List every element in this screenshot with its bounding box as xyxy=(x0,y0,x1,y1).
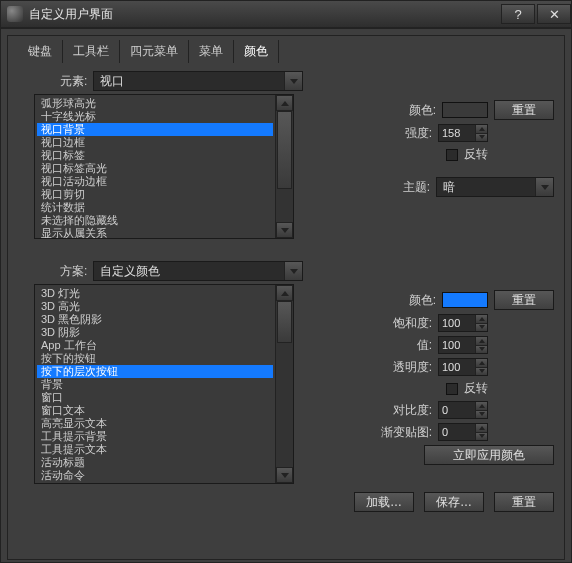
value-label: 值: xyxy=(362,337,432,354)
list-item[interactable]: 统计数据 xyxy=(37,201,273,214)
tab-quadmenu[interactable]: 四元菜单 xyxy=(120,40,189,63)
tab-keyboard[interactable]: 键盘 xyxy=(18,40,63,63)
window-body: 键盘 工具栏 四元菜单 菜单 颜色 元素: 视口 弧形球高光 十字线光标 视口背… xyxy=(0,28,572,563)
tab-menu[interactable]: 菜单 xyxy=(189,40,234,63)
list-item[interactable]: App 工作台 xyxy=(37,339,273,352)
theme-combo[interactable]: 暗 xyxy=(436,177,554,197)
tabstrip: 键盘 工具栏 四元菜单 菜单 颜色 xyxy=(18,40,554,63)
scrollbar[interactable] xyxy=(275,285,293,483)
element-combo-value: 视口 xyxy=(94,72,284,90)
app-icon xyxy=(7,6,23,22)
list-item[interactable]: 3D 阴影 xyxy=(37,326,273,339)
reset-all-button[interactable]: 重置 xyxy=(494,492,554,512)
list-item[interactable]: 活动命令 xyxy=(37,469,273,482)
scheme-combo[interactable]: 自定义颜色 xyxy=(93,261,303,281)
saturation-input[interactable] xyxy=(439,315,475,331)
apply-now-button[interactable]: 立即应用颜色 xyxy=(424,445,554,465)
spin-down-icon[interactable] xyxy=(475,410,487,419)
value-spinner[interactable] xyxy=(438,336,488,354)
tab-toolbar[interactable]: 工具栏 xyxy=(63,40,120,63)
list-item[interactable]: 3D 高光 xyxy=(37,300,273,313)
element-listbox[interactable]: 弧形球高光 十字线光标 视口背景 视口边框 视口标签 视口标签高光 视口活动边框… xyxy=(34,94,294,239)
list-item[interactable]: 视口边框 xyxy=(37,136,273,149)
saturation-spinner[interactable] xyxy=(438,314,488,332)
spin-down-icon[interactable] xyxy=(475,345,487,354)
invert-checkbox-2[interactable] xyxy=(446,383,458,395)
spin-down-icon[interactable] xyxy=(475,367,487,376)
window-title: 自定义用户界面 xyxy=(29,6,499,23)
list-item[interactable]: 按下的按钮 xyxy=(37,352,273,365)
chevron-down-icon[interactable] xyxy=(284,72,302,90)
chevron-down-icon[interactable] xyxy=(535,178,553,196)
list-item[interactable]: 背景 xyxy=(37,378,273,391)
spin-down-icon[interactable] xyxy=(475,432,487,441)
list-item[interactable]: 视口活动边框 xyxy=(37,175,273,188)
contrast-spinner[interactable] xyxy=(438,401,488,419)
list-item[interactable]: 未选择的隐藏线 xyxy=(37,214,273,227)
close-button[interactable]: ✕ xyxy=(537,4,571,24)
list-item[interactable]: 弧形球高光 xyxy=(37,97,273,110)
color-swatch[interactable] xyxy=(442,102,488,118)
list-item[interactable]: 工具提示文本 xyxy=(37,443,273,456)
theme-label: 主题: xyxy=(360,179,430,196)
list-item[interactable]: 高亮显示文本 xyxy=(37,417,273,430)
color-label: 颜色: xyxy=(366,102,436,119)
spin-down-icon[interactable] xyxy=(475,323,487,332)
list-item[interactable]: 活动标题 xyxy=(37,456,273,469)
list-item[interactable]: 十字线光标 xyxy=(37,110,273,123)
opacity-label: 透明度: xyxy=(362,359,432,376)
list-item[interactable]: 工具提示背景 xyxy=(37,430,273,443)
scrollbar[interactable] xyxy=(275,95,293,238)
list-item[interactable]: 视口标签 xyxy=(37,149,273,162)
theme-combo-value: 暗 xyxy=(437,178,535,196)
spin-up-icon[interactable] xyxy=(475,402,487,410)
reset-button[interactable]: 重置 xyxy=(494,100,554,120)
scheme-listbox[interactable]: 3D 灯光 3D 高光 3D 黑色阴影 3D 阴影 App 工作台 按下的按钮 … xyxy=(34,284,294,484)
tabs-container: 键盘 工具栏 四元菜单 菜单 颜色 元素: 视口 弧形球高光 十字线光标 视口背… xyxy=(7,35,565,560)
invert-checkbox[interactable] xyxy=(446,149,458,161)
gradient-input[interactable] xyxy=(439,424,475,440)
color-swatch-2[interactable] xyxy=(442,292,488,308)
list-item[interactable]: 视口背景 xyxy=(37,123,273,136)
spin-up-icon[interactable] xyxy=(475,359,487,367)
load-button[interactable]: 加载… xyxy=(354,492,414,512)
scroll-down-icon[interactable] xyxy=(276,222,293,238)
scroll-down-icon[interactable] xyxy=(276,467,293,483)
bottom-bar: 加载… 保存… 重置 xyxy=(18,492,554,512)
spin-up-icon[interactable] xyxy=(475,315,487,323)
list-item[interactable]: 视口剪切 xyxy=(37,188,273,201)
tab-color[interactable]: 颜色 xyxy=(234,40,279,63)
spin-up-icon[interactable] xyxy=(475,337,487,345)
element-label: 元素: xyxy=(60,73,93,90)
spin-up-icon[interactable] xyxy=(475,125,487,133)
list-item[interactable]: 窗口文本 xyxy=(37,404,273,417)
opacity-input[interactable] xyxy=(439,359,475,375)
list-item[interactable]: 窗口 xyxy=(37,391,273,404)
scroll-up-icon[interactable] xyxy=(276,285,293,301)
value-input[interactable] xyxy=(439,337,475,353)
intensity-label: 强度: xyxy=(362,125,432,142)
spin-down-icon[interactable] xyxy=(475,133,487,142)
list-item[interactable]: 3D 灯光 xyxy=(37,287,273,300)
color-label-2: 颜色: xyxy=(366,292,436,309)
list-item[interactable]: 按下的层次按钮 xyxy=(37,365,273,378)
list-item[interactable]: 视口标签高光 xyxy=(37,162,273,175)
list-item[interactable]: 3D 黑色阴影 xyxy=(37,313,273,326)
scheme-label: 方案: xyxy=(60,263,93,280)
opacity-spinner[interactable] xyxy=(438,358,488,376)
list-item[interactable]: 显示从属关系 xyxy=(37,227,273,238)
gradient-spinner[interactable] xyxy=(438,423,488,441)
contrast-input[interactable] xyxy=(439,402,475,418)
save-button[interactable]: 保存… xyxy=(424,492,484,512)
element-combo[interactable]: 视口 xyxy=(93,71,303,91)
scroll-up-icon[interactable] xyxy=(276,95,293,111)
titlebar: 自定义用户界面 ? ✕ xyxy=(0,0,572,28)
invert-label-2: 反转 xyxy=(464,380,488,397)
reset-button-2[interactable]: 重置 xyxy=(494,290,554,310)
help-button[interactable]: ? xyxy=(501,4,535,24)
chevron-down-icon[interactable] xyxy=(284,262,302,280)
intensity-spinner[interactable] xyxy=(438,124,488,142)
intensity-input[interactable] xyxy=(439,125,475,141)
saturation-label: 饱和度: xyxy=(362,315,432,332)
spin-up-icon[interactable] xyxy=(475,424,487,432)
